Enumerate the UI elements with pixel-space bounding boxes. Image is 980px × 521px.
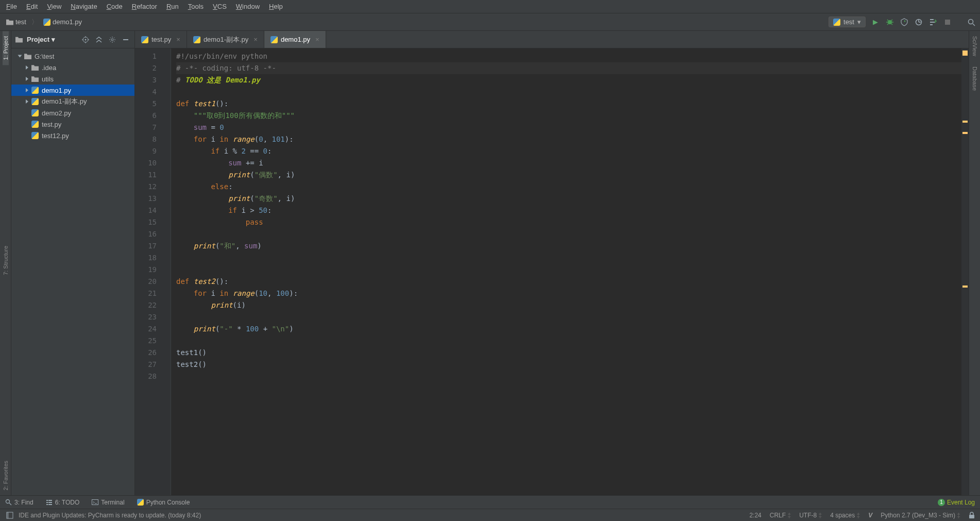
tool-tab----structure[interactable]: 7: Structure xyxy=(3,241,9,280)
code-line-18[interactable] xyxy=(176,252,961,264)
code-line-20[interactable]: def test2(): xyxy=(176,276,961,288)
menu-window[interactable]: Window xyxy=(232,2,264,11)
chevron-right-icon[interactable] xyxy=(26,77,28,81)
scroll-from-source-button[interactable] xyxy=(81,35,90,44)
todo-tool-button[interactable]: 6: TODO xyxy=(46,499,80,506)
fold-gutter[interactable] xyxy=(164,48,171,495)
menu-tools[interactable]: Tools xyxy=(184,2,208,11)
editor-tab-test-py[interactable]: test.py× xyxy=(135,31,187,48)
editor-tab-demo1-py[interactable]: demo1.py× xyxy=(264,31,326,48)
menu-refactor[interactable]: Refactor xyxy=(128,2,161,11)
event-log-button[interactable]: 1 Event Log xyxy=(938,499,975,506)
code-line-26[interactable]: test1() xyxy=(176,347,961,359)
stop-button[interactable] xyxy=(943,18,952,27)
warning-marker[interactable] xyxy=(962,285,968,288)
code-line-2[interactable]: # -*- coding: utf-8 -*- xyxy=(176,62,961,74)
code-line-21[interactable]: for i in range(10, 100): xyxy=(176,288,961,299)
tool-tab----favorites[interactable]: 2: Favorites xyxy=(3,456,9,495)
run-button[interactable]: ▶ xyxy=(871,18,880,27)
warning-marker[interactable] xyxy=(962,132,968,134)
code-line-10[interactable]: sum += i xyxy=(176,157,961,169)
file-encoding[interactable]: UTF-8 ‡ xyxy=(799,512,822,519)
code-line-13[interactable]: print("奇数", i) xyxy=(176,193,961,205)
chevron-right-icon[interactable] xyxy=(26,88,28,92)
run-config-selector[interactable]: test ▾ xyxy=(829,16,866,27)
code-line-27[interactable]: test2() xyxy=(176,359,961,371)
project-tree[interactable]: G:\test.ideautilsdemo1.pydemo1-副本.pydemo… xyxy=(11,48,134,495)
coverage-button[interactable] xyxy=(900,18,909,27)
code-line-23[interactable] xyxy=(176,311,961,323)
tool-tab----project[interactable]: 1: Project xyxy=(3,31,9,65)
menu-file[interactable]: File xyxy=(2,2,21,11)
hide-tool-window-button[interactable] xyxy=(121,35,130,44)
python-interpreter[interactable]: Python 2.7 (Dev_M3 - Sim) ‡ xyxy=(881,512,960,519)
code-editor[interactable]: #!/usr/bin/env python# -*- coding: utf-8… xyxy=(171,48,961,495)
code-line-17[interactable]: print("和", sum) xyxy=(176,240,961,252)
profile-button[interactable] xyxy=(914,18,923,27)
inspection-indicator[interactable] xyxy=(962,51,968,56)
code-line-5[interactable]: def test1(): xyxy=(176,98,961,110)
menu-code[interactable]: Code xyxy=(103,2,127,11)
code-line-25[interactable] xyxy=(176,335,961,347)
breadcrumb-file[interactable]: demo1.py xyxy=(41,17,84,27)
tree-item-demo2-py[interactable]: demo2.py xyxy=(11,107,134,119)
close-tab-button[interactable]: × xyxy=(254,36,258,43)
project-view-selector[interactable]: Project ▾ xyxy=(27,36,55,43)
collapse-all-button[interactable] xyxy=(94,35,104,44)
tree-item-g--test[interactable]: G:\test xyxy=(11,51,134,62)
code-line-6[interactable]: """取0到100所有偶数的和""" xyxy=(176,110,961,122)
code-line-14[interactable]: if i > 50: xyxy=(176,205,961,216)
menu-navigate[interactable]: Navigate xyxy=(66,2,101,11)
code-line-4[interactable] xyxy=(176,86,961,98)
code-line-8[interactable]: for i in range(0, 101): xyxy=(176,133,961,145)
code-line-11[interactable]: print("偶数", i) xyxy=(176,169,961,181)
code-line-15[interactable]: pass xyxy=(176,216,961,228)
terminal-tool-button[interactable]: Terminal xyxy=(92,499,124,506)
line-separator[interactable]: CRLF ‡ xyxy=(770,512,791,519)
tree-item-utils[interactable]: utils xyxy=(11,73,134,85)
menu-help[interactable]: Help xyxy=(265,2,287,11)
tree-item--idea[interactable]: .idea xyxy=(11,62,134,73)
code-line-16[interactable] xyxy=(176,228,961,240)
menu-run[interactable]: Run xyxy=(162,2,183,11)
search-everywhere-button[interactable] xyxy=(967,18,976,27)
debug-button[interactable] xyxy=(885,18,894,27)
editor-tab-demo1----py[interactable]: demo1-副本.py× xyxy=(187,31,264,48)
vim-indicator[interactable]: V xyxy=(868,512,872,519)
line-number-gutter[interactable]: 1234567891011121314151617181920212223242… xyxy=(135,48,164,495)
close-tab-button[interactable]: × xyxy=(315,36,319,43)
tree-item-demo1-py[interactable]: demo1.py xyxy=(11,85,134,96)
tool-tab-database[interactable]: Database xyxy=(972,61,978,96)
code-line-28[interactable] xyxy=(176,371,961,382)
tree-item-test12-py[interactable]: test12.py xyxy=(11,130,134,141)
tool-tab-sciview[interactable]: SciView xyxy=(972,31,978,61)
error-stripe[interactable] xyxy=(961,48,969,495)
warning-marker[interactable] xyxy=(962,121,968,123)
find-tool-button[interactable]: 3: Find xyxy=(5,499,33,506)
chevron-right-icon[interactable] xyxy=(26,65,28,70)
breadcrumb-root[interactable]: test xyxy=(4,17,28,27)
chevron-right-icon[interactable] xyxy=(26,99,28,104)
menu-vcs[interactable]: VCS xyxy=(209,2,231,11)
chevron-down-icon[interactable] xyxy=(18,55,22,58)
close-tab-button[interactable]: × xyxy=(176,36,180,43)
menu-edit[interactable]: Edit xyxy=(22,2,42,11)
readonly-toggle[interactable] xyxy=(969,512,975,519)
settings-button[interactable] xyxy=(108,35,117,44)
caret-position[interactable]: 2:24 xyxy=(749,512,761,519)
tree-item-demo1----py[interactable]: demo1-副本.py xyxy=(11,96,134,107)
concurrency-button[interactable] xyxy=(928,18,938,27)
code-line-19[interactable] xyxy=(176,264,961,276)
code-line-9[interactable]: if i % 2 == 0: xyxy=(176,145,961,157)
tool-windows-quick-access[interactable] xyxy=(5,511,14,520)
code-line-22[interactable]: print(i) xyxy=(176,299,961,311)
code-line-24[interactable]: print("-" * 100 + "\n") xyxy=(176,323,961,335)
code-line-1[interactable]: #!/usr/bin/env python xyxy=(176,51,961,62)
indent-config[interactable]: 4 spaces ‡ xyxy=(830,512,860,519)
python-console-button[interactable]: Python Console xyxy=(137,499,190,506)
code-line-7[interactable]: sum = 0 xyxy=(176,122,961,133)
code-line-12[interactable]: else: xyxy=(176,181,961,193)
code-line-3[interactable]: # TODO 这是 Demo1.py xyxy=(176,74,961,86)
tree-item-test-py[interactable]: test.py xyxy=(11,119,134,130)
menu-view[interactable]: View xyxy=(43,2,65,11)
